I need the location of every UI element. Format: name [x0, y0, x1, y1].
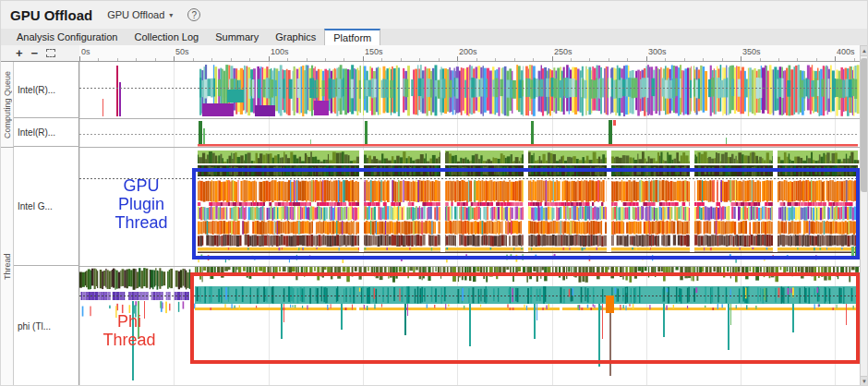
timeline-canvas[interactable] — [79, 62, 860, 386]
tab-collection-log[interactable]: Collection Log — [126, 29, 207, 45]
row-label-intel-queue-1[interactable]: Intel(R)... — [14, 62, 79, 118]
ruler-minor-tick — [571, 58, 572, 61]
ruler-minor-tick — [627, 58, 628, 61]
ruler-tick-label: 100s — [271, 47, 289, 56]
row-label-gpu-plugin-thread[interactable]: Intel G... — [14, 147, 79, 266]
ruler-minor-tick — [533, 58, 534, 61]
ruler-tick-label: 300s — [648, 47, 667, 56]
ruler-major-tick — [646, 56, 647, 61]
ruler-minor-tick — [401, 58, 402, 61]
ruler-minor-tick — [514, 58, 515, 61]
ruler-minor-tick — [495, 58, 496, 61]
ruler-major-tick — [741, 56, 741, 61]
ruler-minor-tick — [287, 58, 288, 61]
help-icon[interactable]: ? — [187, 8, 200, 21]
ruler-minor-tick — [589, 58, 590, 61]
analysis-type-label: GPU Offload — [107, 9, 164, 20]
ruler-minor-tick — [760, 58, 761, 61]
row-label-intel-queue-2[interactable]: Intel(R)... — [14, 118, 79, 147]
analysis-type-dropdown[interactable]: GPU Offload ▾ — [107, 9, 173, 20]
ruler-major-tick — [552, 56, 553, 61]
group-divider — [1, 147, 14, 148]
ruler-minor-tick — [381, 58, 382, 61]
ruler-minor-tick — [816, 58, 817, 61]
tab-platform[interactable]: Platform — [324, 29, 380, 45]
ruler-tick-label: 400s — [837, 47, 855, 56]
zoom-in-button[interactable]: + — [16, 47, 23, 59]
ruler-minor-tick — [136, 58, 137, 61]
ruler-major-tick — [835, 56, 836, 61]
ruler-minor-tick — [249, 58, 250, 61]
time-ruler[interactable]: 0s50s100s150s200s250s300s350s400s — [79, 45, 860, 62]
ruler-tick-label: 150s — [365, 47, 383, 56]
tab-graphics[interactable]: Graphics — [267, 29, 324, 45]
ruler-minor-tick — [211, 58, 212, 61]
timeline-toolbar: + − — [1, 45, 79, 62]
ruler-tick-label: 200s — [459, 47, 477, 56]
ruler-minor-tick — [476, 58, 477, 61]
header: GPU Offload GPU Offload ▾ ? — [1, 1, 868, 29]
ruler-tick-label: 50s — [175, 47, 189, 56]
ruler-major-tick — [79, 56, 80, 61]
ruler-minor-tick — [684, 58, 685, 61]
ruler-minor-tick — [325, 58, 326, 61]
ruler-minor-tick — [439, 58, 440, 61]
ruler-major-tick — [457, 56, 458, 61]
vtune-platform-window: GPU Offload GPU Offload ▾ ? Analysis Con… — [0, 0, 868, 386]
ruler-minor-tick — [854, 58, 855, 61]
group-label-thread: Thread — [1, 147, 14, 386]
group-label-computing-queue: Computing Queue — [1, 62, 14, 147]
scrollbar-thumb[interactable] — [861, 58, 868, 192]
row-label-phi-thread[interactable]: phi (Tl... — [14, 266, 79, 386]
ruler-tick-label: 250s — [554, 47, 573, 56]
ruler-major-tick — [269, 56, 270, 61]
ruler-minor-tick — [722, 58, 723, 61]
ruler-major-tick — [363, 56, 364, 61]
ruler-major-tick — [174, 56, 175, 61]
ruler-minor-tick — [344, 58, 344, 61]
ruler-minor-tick — [98, 58, 99, 61]
ruler-minor-tick — [665, 58, 666, 61]
tab-summary[interactable]: Summary — [207, 29, 267, 45]
ruler-tick-label: 0s — [81, 47, 90, 56]
zoom-selection-icon[interactable] — [46, 49, 55, 57]
ruler-minor-tick — [703, 58, 704, 61]
ruler-minor-tick — [797, 58, 798, 61]
tab-bar: Analysis Configuration Collection Log Su… — [1, 29, 868, 46]
ruler-minor-tick — [307, 58, 307, 61]
zoom-out-button[interactable]: − — [31, 47, 39, 59]
ruler-minor-tick — [419, 58, 420, 61]
ruler-minor-tick — [609, 58, 609, 61]
ruler-minor-tick — [155, 58, 156, 61]
ruler-minor-tick — [778, 58, 779, 61]
scroll-down-icon[interactable]: ▼ — [860, 376, 868, 386]
chevron-down-icon: ▾ — [169, 11, 173, 19]
ruler-minor-tick — [193, 58, 194, 61]
tab-analysis-configuration[interactable]: Analysis Configuration — [8, 29, 126, 45]
ruler-minor-tick — [117, 58, 118, 61]
scroll-up-icon[interactable]: ▲ — [860, 45, 868, 56]
ruler-minor-tick — [231, 58, 232, 61]
page-title: GPU Offload — [10, 7, 92, 23]
ruler-tick-label: 350s — [742, 47, 761, 56]
